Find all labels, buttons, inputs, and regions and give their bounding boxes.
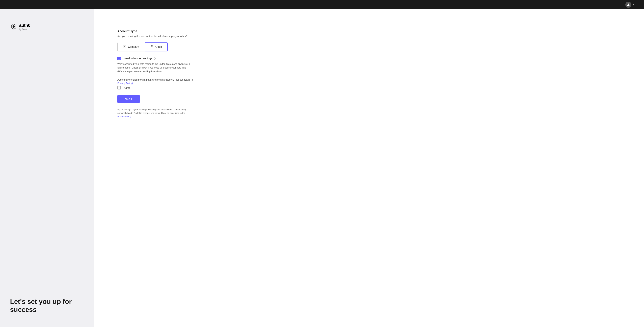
submit-disclaimer: By submitting, I agree to the processing… (118, 108, 191, 118)
account-type-subtitle: Are you creating this account on behalf … (118, 35, 198, 37)
tagline-text: Let's set you up for success (10, 298, 80, 314)
privacy-policy-link-disclaimer[interactable]: Privacy Policy. (118, 115, 132, 118)
marketing-text-content: Auth0 may contact me with marketing comm… (118, 78, 193, 81)
logo-area: auth0 by Okta (10, 23, 84, 30)
other-button[interactable]: Other (145, 42, 168, 51)
agree-row: I Agree (118, 86, 198, 89)
right-panel: Account Type Are you creating this accou… (94, 9, 644, 327)
info-icon[interactable]: i (154, 57, 157, 60)
user-menu[interactable]: ▾ (626, 2, 634, 8)
auth0-logo-icon (10, 23, 18, 30)
company-button-label: Company (128, 45, 139, 48)
advanced-settings-label: I need advanced settings (122, 57, 152, 60)
next-button[interactable]: NEXT (118, 95, 140, 103)
form-container: Account Type Are you creating this accou… (118, 29, 198, 118)
company-icon (123, 45, 126, 49)
agree-checkbox[interactable] (118, 86, 121, 89)
advanced-settings-checkbox[interactable] (118, 57, 121, 60)
agree-label: I Agree (122, 86, 130, 89)
auth0-sub-label: by Okta (19, 28, 30, 30)
marketing-text: Auth0 may contact me with marketing comm… (118, 78, 198, 85)
logo-wrapper: auth0 by Okta (10, 23, 30, 30)
svg-point-4 (152, 45, 152, 46)
account-type-title: Account Type (118, 29, 198, 33)
privacy-policy-link-marketing[interactable]: Privacy Policy). (118, 82, 134, 85)
main-layout: auth0 by Okta Let's set you up for succe… (0, 0, 644, 327)
advanced-settings-description: We've assigned your data region to the U… (118, 62, 191, 73)
user-avatar-icon (626, 2, 632, 8)
chevron-down-icon: ▾ (633, 3, 634, 6)
auth0-brand-name: auth0 (19, 23, 30, 28)
advanced-settings-row: I need advanced settings i (118, 57, 198, 60)
other-button-label: Other (155, 45, 162, 48)
disclaimer-text: By submitting, I agree to the processing… (118, 108, 186, 114)
top-navigation-bar: ▾ (0, 0, 644, 9)
left-panel: auth0 by Okta Let's set you up for succe… (0, 9, 94, 327)
svg-point-0 (628, 3, 629, 5)
auth0-logo-text: auth0 by Okta (19, 23, 30, 30)
other-icon (150, 45, 154, 49)
account-type-buttons: Company Other (118, 42, 198, 51)
company-button[interactable]: Company (118, 42, 145, 51)
